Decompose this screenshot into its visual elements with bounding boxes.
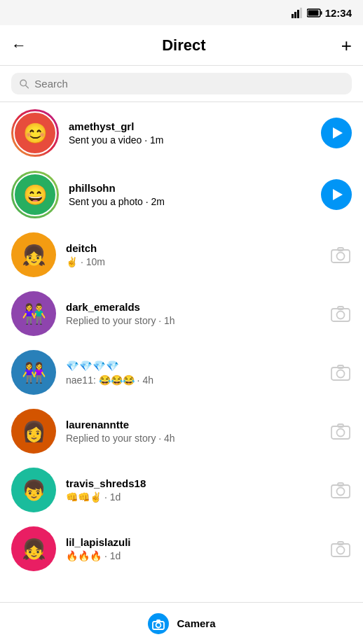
camera-icon bbox=[147, 612, 170, 635]
message-preview: 🔥🔥🔥 · 1d bbox=[66, 550, 320, 561]
message-preview: Replied to your story · 1h bbox=[66, 315, 320, 326]
message-preview: ✌️ · 10m bbox=[66, 256, 320, 267]
message-preview: nae11: 😂😂😂 · 4h bbox=[66, 374, 320, 386]
avatar-wrapper: 👭 bbox=[11, 350, 56, 395]
svg-rect-23 bbox=[338, 483, 343, 486]
svg-line-8 bbox=[26, 85, 29, 88]
message-username: deitch bbox=[66, 242, 320, 254]
message-item[interactable]: 👧 lil_lapislazuli 🔥🔥🔥 · 1d bbox=[0, 519, 363, 578]
message-content: laurenanntte Replied to your story · 4h bbox=[66, 419, 320, 444]
message-username: dark_emeralds bbox=[66, 301, 320, 313]
camera-action-icon[interactable] bbox=[329, 538, 352, 560]
message-username: travis_shreds18 bbox=[66, 477, 320, 489]
message-content: 💎💎💎💎 nae11: 😂😂😂 · 4h bbox=[66, 360, 320, 386]
message-item[interactable]: 👩 laurenanntte Replied to your story · 4… bbox=[0, 402, 363, 461]
play-button[interactable] bbox=[321, 118, 352, 148]
search-wrapper bbox=[11, 73, 352, 94]
bottom-bar-camera[interactable]: Camera bbox=[0, 602, 363, 644]
svg-rect-26 bbox=[338, 542, 343, 545]
svg-point-25 bbox=[337, 547, 345, 554]
svg-point-16 bbox=[337, 370, 345, 378]
message-preview: 👊👊✌️ · 1d bbox=[66, 491, 320, 503]
message-content: phillsohn Sent you a photo · 2m bbox=[69, 182, 311, 207]
play-button[interactable] bbox=[321, 179, 352, 210]
svg-rect-30 bbox=[156, 620, 160, 622]
svg-rect-17 bbox=[338, 365, 343, 368]
svg-rect-14 bbox=[338, 307, 343, 309]
camera-label: Camera bbox=[177, 617, 215, 629]
svg-point-13 bbox=[337, 312, 345, 319]
svg-rect-6 bbox=[308, 10, 318, 15]
svg-rect-5 bbox=[320, 11, 322, 15]
message-item[interactable]: 😊 amethyst_grl Sent you a video · 1m bbox=[0, 102, 363, 164]
message-action bbox=[329, 479, 352, 501]
status-icons: 12:34 bbox=[292, 7, 352, 19]
message-content: amethyst_grl Sent you a video · 1m bbox=[69, 120, 311, 146]
camera-action-icon[interactable] bbox=[329, 244, 352, 266]
message-action bbox=[329, 302, 352, 325]
avatar-wrapper: 👫 bbox=[11, 291, 56, 336]
new-message-button[interactable]: + bbox=[341, 36, 352, 55]
svg-point-27 bbox=[148, 613, 169, 634]
svg-rect-11 bbox=[338, 248, 343, 251]
status-bar: 12:34 bbox=[0, 0, 363, 25]
message-content: deitch ✌️ · 10m bbox=[66, 242, 320, 267]
message-username: laurenanntte bbox=[66, 419, 320, 430]
message-content: dark_emeralds Replied to your story · 1h bbox=[66, 301, 320, 326]
avatar-wrapper: 👧 bbox=[11, 232, 56, 277]
message-action bbox=[321, 179, 352, 210]
back-button[interactable]: ← bbox=[11, 36, 27, 55]
avatar-wrapper: 😄 bbox=[11, 171, 59, 218]
message-content: lil_lapislazuli 🔥🔥🔥 · 1d bbox=[66, 536, 320, 561]
svg-rect-2 bbox=[297, 10, 299, 18]
avatar-wrapper: 👦 bbox=[11, 468, 56, 512]
message-preview: Sent you a video · 1m bbox=[69, 134, 311, 146]
message-item[interactable]: 👦 travis_shreds18 👊👊✌️ · 1d bbox=[0, 461, 363, 519]
battery-icon bbox=[307, 8, 322, 18]
svg-point-22 bbox=[337, 488, 345, 496]
message-content: travis_shreds18 👊👊✌️ · 1d bbox=[66, 477, 320, 503]
status-time: 12:34 bbox=[325, 7, 352, 19]
message-username: amethyst_grl bbox=[69, 120, 311, 132]
camera-action-icon[interactable] bbox=[329, 420, 352, 442]
message-action bbox=[329, 361, 352, 384]
message-username: lil_lapislazuli bbox=[66, 536, 320, 548]
message-item[interactable]: 👫 dark_emeralds Replied to your story · … bbox=[0, 284, 363, 343]
camera-action-icon[interactable] bbox=[329, 302, 352, 325]
avatar-wrapper: 👧 bbox=[11, 526, 56, 571]
message-username: 💎💎💎💎 bbox=[66, 360, 320, 372]
message-preview: Sent you a photo · 2m bbox=[69, 196, 311, 207]
search-input[interactable] bbox=[34, 78, 343, 90]
svg-point-19 bbox=[337, 429, 345, 437]
svg-point-10 bbox=[337, 253, 345, 260]
message-item[interactable]: 👧 deitch ✌️ · 10m bbox=[0, 225, 363, 284]
svg-rect-1 bbox=[294, 12, 296, 18]
message-item[interactable]: 😄 phillsohn Sent you a photo · 2m bbox=[0, 164, 363, 225]
avatar-wrapper: 👩 bbox=[11, 409, 56, 454]
message-action bbox=[329, 538, 352, 560]
avatar-wrapper: 😊 bbox=[11, 109, 59, 157]
svg-rect-20 bbox=[338, 424, 343, 427]
page-title: Direct bbox=[162, 36, 205, 55]
header: ← Direct + bbox=[0, 25, 363, 66]
message-action bbox=[329, 244, 352, 266]
message-action bbox=[329, 420, 352, 442]
svg-rect-3 bbox=[300, 8, 302, 18]
message-item[interactable]: 👭 💎💎💎💎 nae11: 😂😂😂 · 4h bbox=[0, 343, 363, 402]
svg-rect-0 bbox=[292, 14, 294, 18]
search-icon bbox=[20, 79, 29, 89]
search-container bbox=[0, 66, 363, 102]
messages-list: 😊 amethyst_grl Sent you a video · 1m 😄 p… bbox=[0, 102, 363, 601]
camera-action-icon[interactable] bbox=[329, 361, 352, 384]
camera-action-icon[interactable] bbox=[329, 479, 352, 501]
message-preview: Replied to your story · 4h bbox=[66, 433, 320, 444]
signal-icon bbox=[292, 7, 304, 18]
message-username: phillsohn bbox=[69, 182, 311, 194]
message-action bbox=[321, 118, 352, 148]
